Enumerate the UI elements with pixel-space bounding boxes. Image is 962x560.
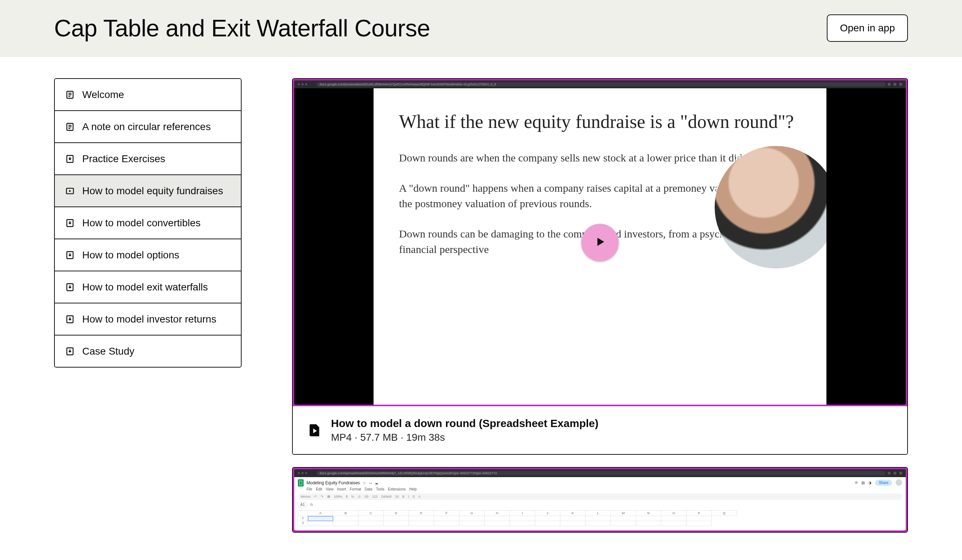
sheets-toolbar-item: 123 <box>372 495 378 498</box>
column-header: D <box>384 510 409 516</box>
content-area: WelcomeA note on circular referencesPrac… <box>0 56 962 545</box>
video-file-icon <box>307 423 322 438</box>
sidebar-item[interactable]: How to model investor returns <box>55 303 241 335</box>
cloud-icon: ☁ <box>374 481 378 485</box>
sheets-toolbar: Menus↶↷🖶100%$%.0.00123Default10BISA <box>298 493 902 500</box>
share-button: Share <box>875 480 892 486</box>
sidebar-item-label: How to model exit waterfalls <box>82 281 231 293</box>
sheets-preview: ⟳ ▤ ◑ Share Modeling Equity Fundraises ☆… <box>294 477 906 531</box>
column-header: N <box>636 510 661 516</box>
selected-cell <box>308 516 333 521</box>
sidebar-item-label: Practice Exercises <box>82 153 231 165</box>
download-icon <box>65 346 75 356</box>
sheets-toolbar-item: ↷ <box>321 495 323 498</box>
sidebar-item[interactable]: How to model equity fundraises <box>55 175 241 207</box>
column-header: K <box>560 510 586 516</box>
sheets-menu-item: Tools <box>376 487 384 491</box>
column-header: O <box>661 510 686 516</box>
sidebar-item-label: How to model equity fundraises <box>82 185 231 197</box>
address-bar: docs.google.com/spreadsheets/d/1N4nunW85… <box>316 471 886 475</box>
file-subtitle: MP4 · 57.7 MB · 19m 38s <box>331 432 599 443</box>
browser-right-icons <box>888 472 902 475</box>
sidebar-item[interactable]: Welcome <box>55 79 241 111</box>
video-card-spreadsheet: docs.google.com/spreadsheets/d/1N4nunW85… <box>292 467 908 533</box>
move-icon: ⤻ <box>369 481 372 485</box>
browser-right-icons <box>888 83 902 86</box>
column-header: I <box>510 510 535 516</box>
lesson-sidebar: WelcomeA note on circular referencesPrac… <box>54 78 242 368</box>
sheets-menu-item: Insert <box>337 487 346 491</box>
column-header: M <box>611 510 636 516</box>
main-column: docs.google.com/presentation/d/1oI5L2fMb… <box>292 78 908 545</box>
sidebar-item[interactable]: How to model exit waterfalls <box>55 271 241 303</box>
column-header: J <box>535 510 560 516</box>
video-icon <box>65 186 75 196</box>
play-icon <box>594 236 606 249</box>
column-header: C <box>358 510 384 516</box>
address-bar: docs.google.com/presentation/d/1oI5L2fMb… <box>316 82 886 87</box>
sidebar-item[interactable]: A note on circular references <box>55 111 241 143</box>
sidebar-item[interactable]: Practice Exercises <box>55 143 241 175</box>
star-icon: ☆ <box>363 481 366 485</box>
download-icon <box>65 314 75 324</box>
row-number: 2 <box>298 521 308 526</box>
video-thumbnail[interactable]: docs.google.com/spreadsheets/d/1N4nunW85… <box>293 468 907 532</box>
sheets-toolbar-item: B <box>402 495 405 498</box>
sheets-menu-item: Data <box>365 487 373 491</box>
sidebar-item[interactable]: How to model convertibles <box>55 207 241 239</box>
comment-icon: ▤ <box>861 481 865 485</box>
page-title: Cap Table and Exit Waterfall Course <box>54 14 430 42</box>
sheets-row: 1 <box>298 516 902 521</box>
sidebar-item[interactable]: How to model options <box>55 239 241 271</box>
sheets-formula-row: A1 fx <box>298 502 902 507</box>
sheets-title-row: Modeling Equity Fundraises ☆ ⤻ ☁ <box>298 479 902 486</box>
cell-reference: A1 <box>298 502 307 507</box>
fx-icon: fx <box>310 503 313 507</box>
sidebar-item-label: How to model options <box>82 249 231 261</box>
sheets-toolbar-item: .0 <box>358 495 361 498</box>
play-button[interactable] <box>581 224 619 261</box>
sheets-logo-icon <box>298 479 303 486</box>
traffic-light-icons <box>298 472 307 474</box>
slide-title: What if the new equity fundraise is a "d… <box>399 110 801 134</box>
sheets-menu-bar: FileEditViewInsertFormatDataToolsExtensi… <box>307 487 902 491</box>
thumbnail-inner: docs.google.com/spreadsheets/d/1N4nunW85… <box>294 469 906 531</box>
open-in-app-button[interactable]: Open in app <box>827 14 908 42</box>
column-header: E <box>409 510 434 516</box>
row-number: 1 <box>298 516 308 521</box>
thumbnail-inner: docs.google.com/presentation/d/1oI5L2fMb… <box>294 80 906 405</box>
sheets-column-headers: ABCDEFGHIJKLMNOPQ <box>298 510 902 516</box>
sheets-toolbar-item: S <box>413 495 415 498</box>
sheets-menu-item: Edit <box>316 487 322 491</box>
sheets-row: 2 <box>298 521 902 526</box>
column-header: B <box>333 510 358 516</box>
meet-icon: ◑ <box>868 481 872 485</box>
download-icon <box>65 282 75 292</box>
sidebar-item[interactable]: Case Study <box>55 335 241 367</box>
sheets-toolbar-item: 10 <box>395 495 399 498</box>
column-header: Q <box>712 510 737 516</box>
column-header: F <box>434 510 459 516</box>
page-header: Cap Table and Exit Waterfall Course Open… <box>0 0 962 56</box>
sidebar-item-label: Case Study <box>82 345 231 357</box>
download-icon <box>65 250 75 260</box>
browser-chrome: docs.google.com/presentation/d/1oI5L2fMb… <box>294 80 906 88</box>
sheets-toolbar-item: ↶ <box>314 495 317 498</box>
sheets-toolbar-item: % <box>351 495 354 498</box>
file-title: How to model a down round (Spreadsheet E… <box>331 417 599 430</box>
sidebar-item-label: How to model investor returns <box>82 313 231 325</box>
sheets-toolbar-item: $ <box>346 495 348 498</box>
sheets-menu-item: File <box>307 487 312 491</box>
avatar <box>896 479 902 486</box>
video-thumbnail[interactable]: docs.google.com/presentation/d/1oI5L2fMb… <box>293 79 907 406</box>
traffic-light-icons <box>298 83 307 85</box>
history-icon: ⟳ <box>855 481 858 485</box>
sheets-menu-item: Help <box>409 487 417 491</box>
video-card-footer: How to model a down round (Spreadsheet E… <box>293 406 907 454</box>
sheets-toolbar-item: A <box>418 495 420 498</box>
download-icon <box>65 218 75 228</box>
sheets-menu-item: View <box>326 487 334 491</box>
browser-chrome: docs.google.com/spreadsheets/d/1N4nunW85… <box>294 469 906 477</box>
sidebar-item-label: How to model convertibles <box>82 217 231 229</box>
column-header: H <box>484 510 510 516</box>
